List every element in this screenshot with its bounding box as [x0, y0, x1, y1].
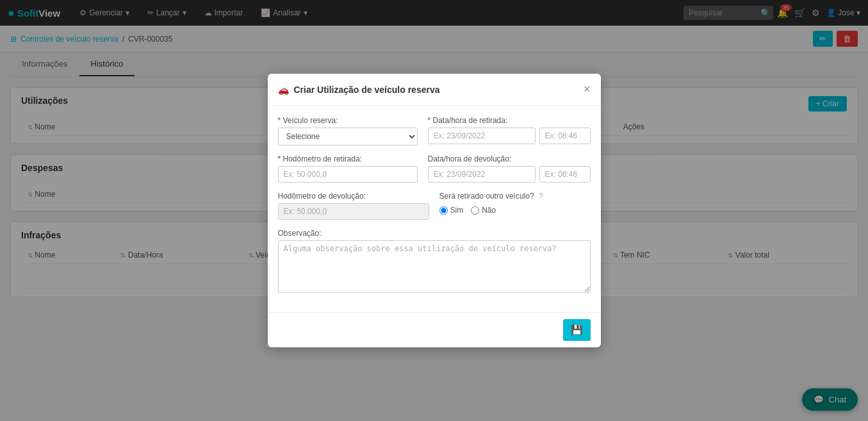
sera-retirado-group: Será retirado outro veículo? ? Sim Não	[439, 192, 591, 220]
modal-body: * Veículo reserva: Selecione * Data/hora…	[268, 106, 601, 312]
modal-icon: 🚗	[278, 85, 289, 95]
hodometro-devolucao-label: Hodômetro de devolução:	[278, 192, 429, 201]
form-row-4: Observação:	[278, 229, 591, 293]
radio-nao-label[interactable]: Não	[471, 206, 496, 215]
data-hora-devolucao-inputs	[428, 166, 591, 183]
hora-retirada-input[interactable]	[539, 128, 591, 144]
veiculo-reserva-group: * Veículo reserva: Selecione	[278, 116, 418, 145]
modal-criar-utilizacao: 🚗 Criar Utilização de veículo reserva × …	[268, 74, 601, 318]
data-hora-retirada-label: * Data/hora de retirada:	[428, 116, 591, 125]
hodometro-retirada-label: * Hodômetro de retirada:	[278, 154, 418, 163]
observacao-group: Observação:	[278, 229, 591, 293]
hodometro-devolucao-group: Hodômetro de devolução:	[278, 192, 429, 220]
data-hora-retirada-group: * Data/hora de retirada:	[428, 116, 591, 145]
form-row-1: * Veículo reserva: Selecione * Data/hora…	[278, 116, 591, 145]
hodometro-retirada-group: * Hodômetro de retirada:	[278, 154, 418, 183]
radio-sim[interactable]	[439, 206, 448, 215]
data-devolucao-input[interactable]	[428, 166, 536, 183]
data-hora-devolucao-label: Data/hora de devolução:	[428, 154, 591, 163]
modal-backdrop[interactable]: 🚗 Criar Utilização de veículo reserva × …	[0, 0, 868, 318]
hora-devolucao-input[interactable]	[539, 166, 591, 183]
data-retirada-input[interactable]	[428, 128, 536, 144]
observacao-label: Observação:	[278, 229, 591, 238]
radio-nao[interactable]	[471, 206, 479, 215]
form-row-2: * Hodômetro de retirada: Data/hora de de…	[278, 154, 591, 183]
observacao-textarea[interactable]	[278, 240, 591, 293]
data-hora-devolucao-group: Data/hora de devolução:	[428, 154, 591, 183]
sera-retirado-label: Será retirado outro veículo? ?	[439, 192, 591, 201]
modal-title: 🚗 Criar Utilização de veículo reserva	[278, 85, 440, 95]
veiculo-reserva-select[interactable]: Selecione	[278, 128, 418, 145]
hodometro-retirada-input[interactable]	[278, 166, 418, 183]
form-row-3: Hodômetro de devolução: Será retirado ou…	[278, 192, 591, 220]
help-icon: ?	[539, 192, 543, 201]
data-hora-retirada-inputs	[428, 128, 591, 144]
radio-sim-label[interactable]: Sim	[439, 206, 464, 215]
modal-header: 🚗 Criar Utilização de veículo reserva ×	[268, 74, 601, 106]
veiculo-reserva-label: * Veículo reserva:	[278, 116, 418, 125]
modal-close-button[interactable]: ×	[584, 83, 591, 96]
modal-footer: 💾	[268, 312, 601, 318]
sera-retirado-radio-group: Sim Não	[439, 206, 591, 215]
hodometro-devolucao-input[interactable]	[278, 203, 429, 220]
